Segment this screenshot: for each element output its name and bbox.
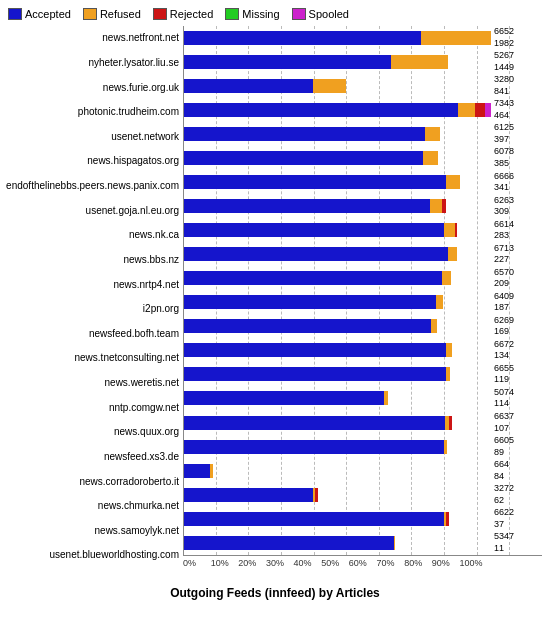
bar-accepted-19	[184, 488, 313, 502]
bar-accepted-20	[184, 512, 444, 526]
bar-stack-14	[184, 367, 491, 381]
val-bot-16: 107	[494, 423, 509, 433]
val-bot-13: 134	[494, 350, 509, 360]
bars-background: 6652198252671449328084173434646125397607…	[183, 26, 542, 556]
y-label-13: news.tnetconsulting.net	[74, 349, 179, 367]
val-bot-1: 1449	[494, 62, 514, 72]
bar-stack-19	[184, 488, 491, 502]
bar-accepted-1	[184, 55, 391, 69]
bar-values-19: 327262	[494, 483, 542, 506]
bar-stack-10	[184, 271, 491, 285]
bar-values-2: 3280841	[494, 74, 542, 97]
bar-accepted-17	[184, 440, 444, 454]
bar-accepted-3	[184, 103, 458, 117]
y-label-3: photonic.trudheim.com	[78, 103, 179, 121]
val-bot-2: 841	[494, 86, 509, 96]
bar-row-15: 5074114	[184, 389, 542, 407]
bar-refused-8	[444, 223, 455, 237]
bar-refused-12	[431, 319, 438, 333]
val-bot-17: 89	[494, 447, 504, 457]
bar-accepted-15	[184, 391, 384, 405]
bar-stack-8	[184, 223, 491, 237]
bar-row-11: 6409187	[184, 293, 542, 311]
bar-values-21: 534711	[494, 531, 542, 554]
legend-accepted-label: Accepted	[25, 8, 71, 20]
val-bot-4: 397	[494, 134, 509, 144]
bar-refused-15	[384, 391, 388, 405]
bar-refused-2	[313, 79, 346, 93]
bar-values-15: 5074114	[494, 387, 542, 410]
bar-accepted-6	[184, 175, 446, 189]
accepted-swatch	[8, 8, 22, 20]
val-top-6: 6666	[494, 171, 514, 181]
bar-refused-6	[446, 175, 459, 189]
bar-stack-11	[184, 295, 491, 309]
val-top-12: 6269	[494, 315, 514, 325]
bar-rejected-19	[315, 488, 318, 502]
chart-title: Outgoing Feeds (innfeed) by Articles	[8, 586, 542, 600]
val-bot-10: 209	[494, 278, 509, 288]
bar-stack-21	[184, 536, 491, 550]
bar-rejected-20	[446, 512, 450, 526]
bar-row-2: 3280841	[184, 77, 542, 95]
bar-accepted-7	[184, 199, 430, 213]
bar-stack-20	[184, 512, 491, 526]
y-label-16: news.quux.org	[114, 423, 179, 441]
bar-row-4: 6125397	[184, 125, 542, 143]
bar-refused-0	[421, 31, 491, 45]
spooled-swatch	[292, 8, 306, 20]
y-label-12: newsfeed.bofh.team	[89, 325, 179, 343]
y-label-0: news.netfront.net	[102, 29, 179, 47]
y-label-21: usenet.blueworldhosting.com	[49, 546, 179, 564]
refused-swatch	[83, 8, 97, 20]
bar-rejected-7	[442, 199, 445, 213]
val-top-11: 6409	[494, 291, 514, 301]
bar-row-8: 6614283	[184, 221, 542, 239]
val-top-7: 6263	[494, 195, 514, 205]
x-tick-6: 60%	[349, 558, 377, 568]
bar-accepted-18	[184, 464, 210, 478]
val-top-9: 6713	[494, 243, 514, 253]
legend-refused-label: Refused	[100, 8, 141, 20]
val-bot-7: 309	[494, 206, 509, 216]
val-bot-15: 114	[494, 398, 509, 408]
bar-stack-16	[184, 416, 491, 430]
y-label-15: nntp.comgw.net	[109, 399, 179, 417]
bar-refused-1	[391, 55, 448, 69]
bar-row-19: 327262	[184, 486, 542, 504]
bar-refused-17	[444, 440, 447, 454]
bar-refused-11	[436, 295, 443, 309]
legend-rejected-label: Rejected	[170, 8, 213, 20]
bar-row-20: 662237	[184, 510, 542, 528]
bar-row-1: 52671449	[184, 53, 542, 71]
val-top-8: 6614	[494, 219, 514, 229]
x-tick-0: 0%	[183, 558, 211, 568]
val-bot-20: 37	[494, 519, 504, 529]
bar-stack-4	[184, 127, 491, 141]
legend-refused: Refused	[83, 8, 141, 20]
bar-row-12: 6269169	[184, 317, 542, 335]
val-bot-9: 227	[494, 254, 509, 264]
bar-accepted-16	[184, 416, 445, 430]
val-top-21: 5347	[494, 531, 514, 541]
bar-accepted-4	[184, 127, 425, 141]
val-top-17: 6605	[494, 435, 514, 445]
bar-stack-12	[184, 319, 491, 333]
bar-accepted-13	[184, 343, 446, 357]
bar-stack-6	[184, 175, 491, 189]
bar-accepted-10	[184, 271, 442, 285]
bar-refused-3	[458, 103, 475, 117]
legend-missing: Missing	[225, 8, 279, 20]
bar-stack-9	[184, 247, 491, 261]
bar-accepted-14	[184, 367, 446, 381]
bar-stack-13	[184, 343, 491, 357]
bar-accepted-12	[184, 319, 431, 333]
bar-values-0: 66521982	[494, 26, 542, 49]
val-top-13: 6672	[494, 339, 514, 349]
bar-accepted-0	[184, 31, 421, 45]
bar-values-9: 6713227	[494, 243, 542, 266]
bar-row-18: 66484	[184, 462, 542, 480]
y-label-19: news.chmurka.net	[98, 497, 179, 515]
bar-rejected-16	[449, 416, 451, 430]
bar-stack-2	[184, 79, 491, 93]
